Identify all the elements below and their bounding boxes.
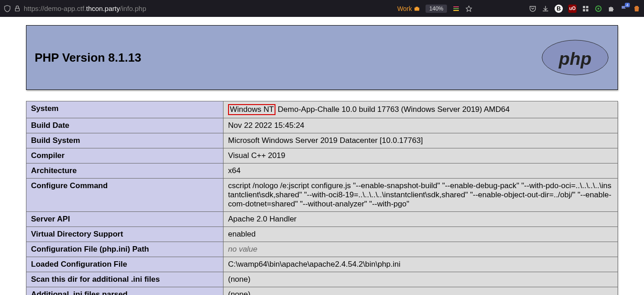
info-value: enabled xyxy=(223,227,618,242)
shield-icon[interactable] xyxy=(4,5,11,12)
info-key: Virtual Directory Support xyxy=(26,227,223,242)
svg-rect-7 xyxy=(586,6,588,8)
table-row: Configure Commandcscript /nologo /e:jscr… xyxy=(26,179,618,212)
table-row: SystemWindows NT Demo-App-Challe 10.0 bu… xyxy=(26,101,618,118)
table-row: Scan this dir for additional .ini files(… xyxy=(26,272,618,287)
php-version-title: PHP Version 8.1.13 xyxy=(35,51,141,65)
info-key: Scan this dir for additional .ini files xyxy=(26,272,223,287)
info-value: Windows NT Demo-App-Challe 10.0 build 17… xyxy=(223,101,618,118)
svg-rect-9 xyxy=(586,9,588,11)
bookmark-star-icon[interactable] xyxy=(465,5,473,12)
info-value: cscript /nologo /e:jscript configure.js … xyxy=(223,179,618,212)
pocket-icon[interactable] xyxy=(529,5,536,12)
svg-text:php: php xyxy=(558,49,592,68)
info-key: Build System xyxy=(26,133,223,148)
svg-rect-3 xyxy=(453,6,459,7)
info-key: Build Date xyxy=(26,118,223,133)
reader-icon[interactable] xyxy=(452,5,460,12)
phpinfo-header: PHP Version 8.1.13 php xyxy=(26,25,618,90)
page-body: PHP Version 8.1.13 php SystemWindows NT … xyxy=(0,17,644,295)
table-row: Additional .ini files parsed(none) xyxy=(26,287,618,295)
extension-grid-icon[interactable] xyxy=(582,5,589,12)
url-prefix: https://demo-app.ctf. xyxy=(24,5,86,12)
lock-icon[interactable] xyxy=(14,5,21,12)
url-domain: thcon.party xyxy=(86,5,120,12)
extension-puzzle-icon[interactable] xyxy=(608,5,615,12)
highlight-box: Windows NT xyxy=(228,104,275,115)
info-value: C:\wamp64\bin\apache\apache2.4.54.2\bin\… xyxy=(223,257,618,272)
info-value: x64 xyxy=(223,163,618,179)
info-value: (none) xyxy=(223,287,618,295)
php-logo: php xyxy=(541,39,609,76)
extension-b-icon[interactable]: B xyxy=(555,5,563,13)
info-key: Architecture xyxy=(26,163,223,179)
download-icon[interactable] xyxy=(542,5,549,12)
zoom-level[interactable]: 140% xyxy=(426,5,447,13)
info-value: Apache 2.0 Handler xyxy=(223,212,618,227)
url-bar[interactable]: https://demo-app.ctf.thcon.party/info.ph… xyxy=(24,5,395,12)
svg-rect-0 xyxy=(16,8,20,11)
info-key: Server API xyxy=(26,212,223,227)
table-row: Loaded Configuration FileC:\wamp64\bin\a… xyxy=(26,257,618,272)
browser-toolbar: https://demo-app.ctf.thcon.party/info.ph… xyxy=(0,0,644,17)
svg-rect-8 xyxy=(583,9,585,11)
svg-rect-6 xyxy=(583,6,585,8)
url-path: /info.php xyxy=(120,5,146,12)
info-value: no value xyxy=(223,242,618,257)
extension-circle-icon[interactable] xyxy=(595,5,602,12)
table-row: CompilerVisual C++ 2019 xyxy=(26,148,618,163)
extension-flag-icon[interactable]: 4 xyxy=(620,5,628,12)
ublock-icon[interactable]: uO xyxy=(568,5,576,13)
table-row: Build SystemMicrosoft Windows Server 201… xyxy=(26,133,618,148)
info-key: Configuration File (php.ini) Path xyxy=(26,242,223,257)
phpinfo-table: SystemWindows NT Demo-App-Challe 10.0 bu… xyxy=(26,101,618,295)
info-value: Nov 22 2022 15:45:24 xyxy=(223,118,618,133)
info-value: Microsoft Windows Server 2019 Datacenter… xyxy=(223,133,618,148)
toolbar-right: Work 140% B uO 4 xyxy=(397,5,640,13)
info-key: Configure Command xyxy=(26,179,223,212)
info-key: System xyxy=(26,101,223,118)
info-key: Loaded Configuration File xyxy=(26,257,223,272)
svg-rect-1 xyxy=(415,7,420,11)
table-row: Server APIApache 2.0 Handler xyxy=(26,212,618,227)
info-key: Compiler xyxy=(26,148,223,163)
phpinfo-content: PHP Version 8.1.13 php SystemWindows NT … xyxy=(26,25,618,295)
trash-icon[interactable] xyxy=(633,5,640,12)
container-label[interactable]: Work xyxy=(397,5,420,12)
svg-rect-5 xyxy=(453,10,459,11)
info-value: (none) xyxy=(223,272,618,287)
badge-count: 4 xyxy=(625,3,630,7)
info-value: Visual C++ 2019 xyxy=(223,148,618,163)
table-row: Build DateNov 22 2022 15:45:24 xyxy=(26,118,618,133)
table-row: Configuration File (php.ini) Pathno valu… xyxy=(26,242,618,257)
svg-point-11 xyxy=(597,8,599,10)
svg-rect-4 xyxy=(453,8,459,9)
info-key: Additional .ini files parsed xyxy=(26,287,223,295)
svg-rect-2 xyxy=(416,6,418,8)
table-row: Architecturex64 xyxy=(26,163,618,179)
table-row: Virtual Directory Supportenabled xyxy=(26,227,618,242)
